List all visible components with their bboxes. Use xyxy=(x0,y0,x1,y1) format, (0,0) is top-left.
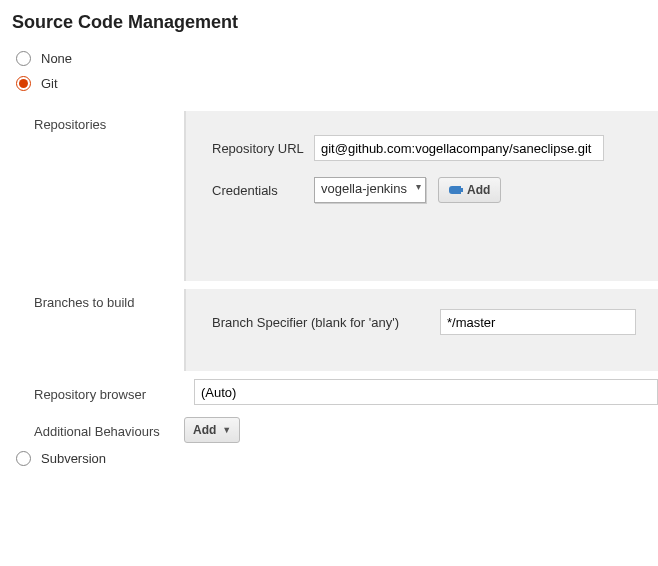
repository-browser-select[interactable] xyxy=(194,379,658,405)
branch-specifier-label: Branch Specifier (blank for 'any') xyxy=(212,315,440,330)
branches-panel: Branch Specifier (blank for 'any') xyxy=(184,289,658,371)
branch-specifier-input[interactable] xyxy=(440,309,636,335)
radio-icon xyxy=(16,51,31,66)
key-icon xyxy=(449,186,461,194)
scm-option-subversion[interactable]: Subversion xyxy=(16,451,658,466)
additional-behaviours-label: Additional Behaviours xyxy=(24,422,184,439)
add-behaviour-label: Add xyxy=(193,423,216,437)
credentials-select[interactable]: vogella-jenkins xyxy=(314,177,426,203)
repository-browser-label: Repository browser xyxy=(34,383,194,402)
credentials-selected: vogella-jenkins xyxy=(315,178,425,202)
radio-label-git: Git xyxy=(41,76,58,91)
repositories-label: Repositories xyxy=(24,111,184,132)
repository-url-input[interactable] xyxy=(314,135,604,161)
chevron-down-icon: ▼ xyxy=(222,425,231,435)
credentials-label: Credentials xyxy=(212,183,314,198)
add-behaviour-button[interactable]: Add ▼ xyxy=(184,417,240,443)
repository-url-label: Repository URL xyxy=(212,141,314,156)
radio-label-subversion: Subversion xyxy=(41,451,106,466)
add-button-label: Add xyxy=(467,183,490,197)
radio-icon xyxy=(16,76,31,91)
radio-icon xyxy=(16,451,31,466)
page-title: Source Code Management xyxy=(12,12,658,33)
add-credentials-button[interactable]: Add xyxy=(438,177,501,203)
scm-option-git[interactable]: Git xyxy=(16,76,658,91)
repositories-panel: Repository URL Credentials vogella-jenki… xyxy=(184,111,658,281)
radio-label-none: None xyxy=(41,51,72,66)
branches-label: Branches to build xyxy=(24,289,184,310)
scm-option-none[interactable]: None xyxy=(16,51,658,66)
